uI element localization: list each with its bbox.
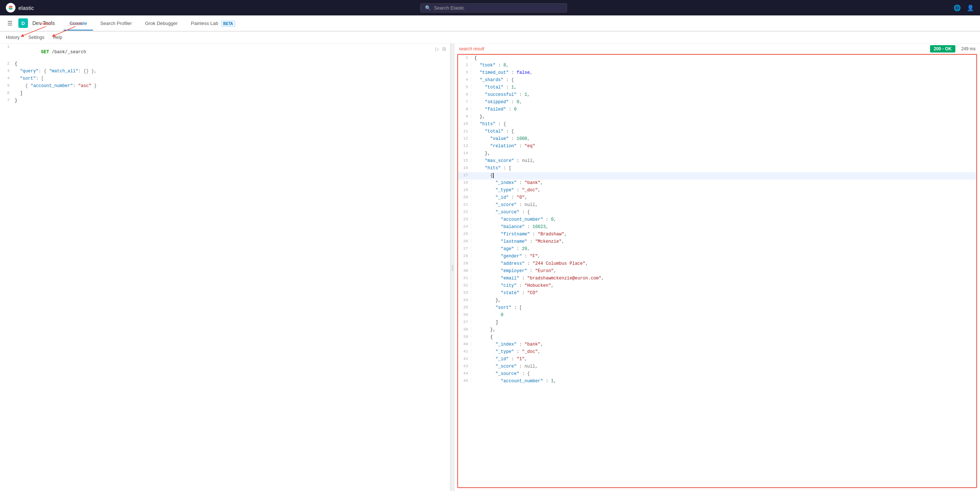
result-line-27: 27 "age" : 29, xyxy=(458,246,976,253)
elastic-logo[interactable]: elastic xyxy=(6,3,34,13)
code-editor[interactable]: 1 GET /bank/_search 2 { 3 "query": { "ma… xyxy=(0,44,450,491)
result-line-45: 45 "account_number" : 1, xyxy=(458,378,976,385)
editor-line-3: 3 "query": { "match_all": {} }, xyxy=(0,68,450,75)
sub-nav-settings[interactable]: Settings xyxy=(27,34,46,41)
result-line-14: 14 }, xyxy=(458,150,976,157)
result-line-8: 8 "failed" : 0 xyxy=(458,106,976,113)
line-content-6: ] xyxy=(13,90,450,97)
editor-toolbar: ▷ ⧉ xyxy=(435,46,446,52)
editor-line-4: 4 "sort": [ xyxy=(0,75,450,82)
line-num-4: 4 xyxy=(0,75,13,81)
run-button[interactable]: ▷ xyxy=(435,46,439,52)
result-line-16: 16 "hits" : [ xyxy=(458,165,976,172)
result-line-15: 15 "max_score" : null, xyxy=(458,157,976,165)
result-line-4: 4 "_shards" : { xyxy=(458,77,976,84)
result-line-37: 37 ] xyxy=(458,319,976,327)
line-content-7: } xyxy=(13,97,450,104)
result-line-26: 26 "lastname" : "Mckenzie", xyxy=(458,238,976,246)
result-line-13: 13 "relation" : "eq" xyxy=(458,143,976,150)
line-content-2: { xyxy=(13,60,450,67)
top-bar: elastic 🔍 Search Elastic 🌐 👤 xyxy=(0,0,980,16)
result-line-39: 39 { xyxy=(458,334,976,341)
top-bar-left: elastic xyxy=(6,3,34,13)
line-num-1: 1 xyxy=(0,44,13,49)
result-line-25: 25 "firstname" : "Bradshaw", xyxy=(458,231,976,238)
result-line-3: 3 "timed_out" : false, xyxy=(458,70,976,77)
result-line-40: 40 "_index" : "bank", xyxy=(458,341,976,349)
logo-text: elastic xyxy=(18,5,34,11)
app-badge: D xyxy=(18,18,28,28)
tab-painless-lab[interactable]: Painless Lab BETA xyxy=(185,17,241,30)
line-content-4: "sort": [ xyxy=(13,75,450,82)
editor-line-2: 2 { xyxy=(0,60,450,68)
status-badge: 200 - OK xyxy=(930,45,955,52)
result-line-21: 21 "_score" : null, xyxy=(458,201,976,209)
line-num-2: 2 xyxy=(0,60,13,66)
result-panel: search result 200 - OK 249 ms 1{ 2 "took… xyxy=(454,44,980,491)
result-line-44: 44 "_source" : { xyxy=(458,371,976,378)
copy-button[interactable]: ⧉ xyxy=(442,46,446,52)
result-line-20: 20 "_id" : "0", xyxy=(458,194,976,201)
result-line-6: 6 "successful" : 1, xyxy=(458,92,976,99)
elastic-logo-icon xyxy=(6,3,16,13)
result-line-36: 36 0 xyxy=(458,312,976,319)
result-line-34: 34 }, xyxy=(458,297,976,305)
editor-line-6: 6 ] xyxy=(0,90,450,97)
user-icon[interactable]: 👤 xyxy=(967,5,974,11)
result-line-29: 29 "address" : "244 Columbus Place", xyxy=(458,260,976,268)
editor-line-1: 1 GET /bank/_search xyxy=(0,44,450,60)
endpoint-path: /bank/_search xyxy=(49,49,86,55)
app-name: Dev Tools xyxy=(32,20,55,26)
result-line-28: 28 "gender" : "F", xyxy=(458,253,976,260)
tab-grok-debugger[interactable]: Grok Debugger xyxy=(139,17,184,30)
result-line-23: 23 "account_number" : 0, xyxy=(458,216,976,224)
result-line-32: 32 "city" : "Hobucken", xyxy=(458,282,976,290)
result-line-43: 43 "_score" : null, xyxy=(458,363,976,371)
sub-nav-help[interactable]: Help xyxy=(52,34,64,41)
second-bar: ☰ D Dev Tools Console Search Profiler Gr… xyxy=(0,16,980,32)
line-num-5: 5 xyxy=(0,82,13,88)
beta-badge: BETA xyxy=(221,21,235,27)
editor-line-7: 7 } xyxy=(0,97,450,105)
result-line-9: 9 }, xyxy=(458,113,976,121)
time-badge: 249 ms xyxy=(961,46,975,51)
result-line-41: 41 "_type" : "_doc", xyxy=(458,349,976,356)
panel-divider[interactable]: ‖ xyxy=(451,44,454,491)
sub-nav: History Settings Help index _search xyxy=(0,32,980,44)
result-line-35: 35 "sort" : [ xyxy=(458,305,976,312)
result-line-1: 1{ xyxy=(458,55,976,62)
result-line-19: 19 "_type" : "_doc", xyxy=(458,187,976,194)
globe-icon[interactable]: 🌐 xyxy=(953,5,961,11)
result-line-38: 38 }, xyxy=(458,327,976,334)
result-line-17: 17 { xyxy=(458,172,976,179)
search-placeholder: Search Elastic xyxy=(434,5,464,11)
result-line-11: 11 "total" : { xyxy=(458,128,976,135)
result-line-12: 12 "value" : 1000, xyxy=(458,135,976,143)
result-line-42: 42 "_id" : "1", xyxy=(458,356,976,363)
global-search-bar[interactable]: 🔍 Search Elastic xyxy=(420,3,567,13)
result-line-2: 2 "took" : 8, xyxy=(458,62,976,70)
search-icon: 🔍 xyxy=(425,5,431,11)
result-label: search result xyxy=(459,46,484,51)
top-bar-right: 🌐 👤 xyxy=(953,5,974,11)
tab-console[interactable]: Console xyxy=(64,17,93,30)
result-header: search result 200 - OK 249 ms xyxy=(454,44,980,54)
result-content[interactable]: 1{ 2 "took" : 8, 3 "timed_out" : false, … xyxy=(457,54,977,488)
result-line-31: 31 "email" : "bradshawmckenzie@euron.com… xyxy=(458,275,976,282)
line-content-5: { "account_number": "asc" } xyxy=(13,82,450,89)
sub-nav-history[interactable]: History xyxy=(5,34,21,41)
result-line-24: 24 "balance" : 16623, xyxy=(458,224,976,231)
result-line-10: 10 "hits" : { xyxy=(458,121,976,128)
line-content-3: "query": { "match_all": {} }, xyxy=(13,68,450,75)
svg-point-2 xyxy=(9,7,13,8)
line-num-3: 3 xyxy=(0,68,13,73)
tab-search-profiler[interactable]: Search Profiler xyxy=(94,17,138,30)
editor-panel: ▷ ⧉ 1 GET /bank/_search 2 { 3 "query": {… xyxy=(0,44,451,491)
hamburger-button[interactable]: ☰ xyxy=(6,18,14,28)
line-num-6: 6 xyxy=(0,90,13,95)
editor-line-5: 5 { "account_number": "asc" } xyxy=(0,82,450,90)
http-method: GET xyxy=(41,49,49,55)
result-line-5: 5 "total" : 1, xyxy=(458,84,976,92)
line-content-1: GET /bank/_search xyxy=(13,44,450,60)
result-line-7: 7 "skipped" : 0, xyxy=(458,99,976,106)
